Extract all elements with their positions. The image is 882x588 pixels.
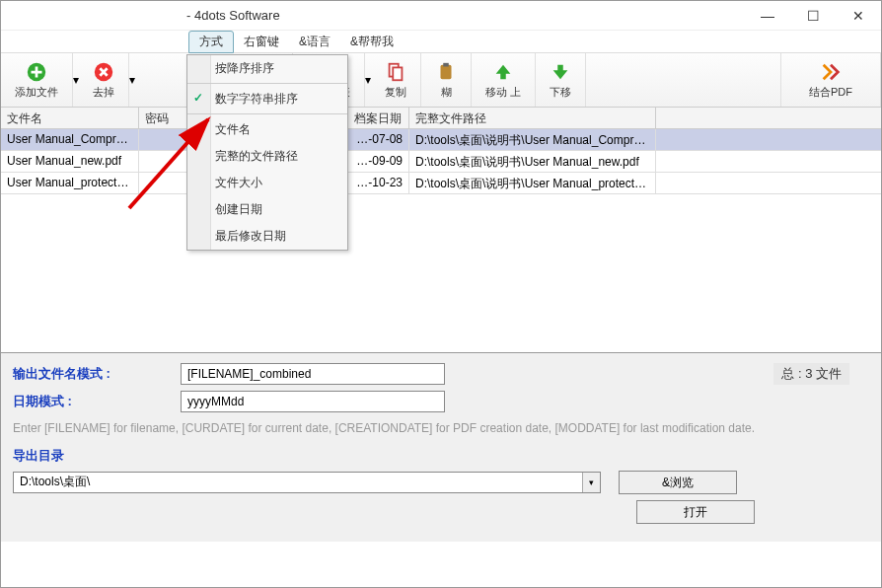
col-path[interactable]: 完整文件路径 [409, 108, 656, 128]
menu-item-mode[interactable]: 方式 [188, 31, 234, 53]
svg-rect-6 [443, 62, 449, 66]
grid-body: User Manual_Compress.pdf 2019-07-08 13:5… [1, 129, 881, 194]
bottom-panel: 输出文件名模式 : 总 : 3 文件 日期模式 : Enter [FILENAM… [1, 352, 881, 542]
out-pattern-label: 输出文件名模式 : [13, 365, 181, 383]
cell-date: 2019-09-09 11:33:50 [348, 151, 409, 172]
chevron-down-icon[interactable]: ▾ [582, 473, 600, 492]
table-row[interactable]: User Manual_Compress.pdf 2019-07-08 13:5… [1, 129, 881, 151]
svg-rect-5 [441, 64, 452, 79]
export-dir-label: 导出目录 [13, 447, 869, 465]
total-files: 总 : 3 文件 [773, 363, 849, 385]
table-row[interactable]: User Manual_protected.pdf 2019-10-23 16:… [1, 173, 881, 194]
cell-name: User Manual_protected.pdf [1, 173, 139, 193]
movedown-button[interactable]: 下移 [536, 53, 586, 107]
close-button[interactable]: ✕ [836, 1, 881, 30]
dropdown-item-filename[interactable]: 文件名 [187, 116, 347, 143]
dropdown-item-fullpath[interactable]: 完整的文件路径 [187, 143, 347, 170]
dropdown-item-numeric[interactable]: ✓数字字符串排序 [187, 86, 347, 114]
menu-item-context[interactable]: 右窗键 [234, 32, 289, 52]
maximize-button[interactable]: ☐ [790, 1, 836, 30]
arrow-up-icon [492, 61, 514, 83]
toolbar: 添加文件 ▾ 去掉 ▾ ▾ 导入列表 ▾ 复制 糊 移动 上 下移 结合PDF [1, 52, 881, 108]
remove-button[interactable]: 去掉 [79, 53, 129, 107]
paste-button[interactable]: 糊 [421, 53, 472, 107]
paste-icon [435, 61, 457, 83]
check-icon: ✓ [193, 91, 203, 105]
menu-bar: 方式 右窗键 &语言 &帮帮我 [1, 31, 881, 52]
menu-item-help[interactable]: &帮帮我 [340, 32, 404, 52]
combine-icon [820, 61, 842, 83]
dropdown-item-filesize[interactable]: 文件大小 [187, 170, 347, 196]
col-filename[interactable]: 文件名 [1, 108, 139, 128]
cell-path: D:\tools\桌面\说明书\User Manual_Compress.pdf [409, 129, 656, 150]
date-pattern-input[interactable] [181, 391, 445, 412]
table-row[interactable]: User Manual_new.pdf 2019-09-09 11:33:50 … [1, 151, 881, 173]
cell-date: 2019-07-08 13:57:42 [348, 129, 409, 150]
add-file-button[interactable]: 添加文件 [1, 53, 73, 107]
cell-path: D:\tools\桌面\说明书\User Manual_protected.pd… [409, 173, 656, 193]
out-pattern-input[interactable] [181, 363, 445, 385]
open-button[interactable]: 打开 [636, 500, 755, 524]
browse-button[interactable]: &浏览 [619, 471, 737, 494]
col-date[interactable]: 档案日期 [348, 108, 409, 128]
sort-dropdown-menu: 按降序排序 ✓数字字符串排序 文件名 完整的文件路径 文件大小 创建日期 最后修… [186, 54, 348, 251]
dropdown-item-created[interactable]: 创建日期 [187, 196, 347, 223]
cell-path: D:\tools\桌面\说明书\User Manual_new.pdf [409, 151, 656, 172]
cell-name: User Manual_new.pdf [1, 151, 139, 172]
add-icon [26, 61, 47, 83]
cell-name: User Manual_Compress.pdf [1, 129, 139, 150]
arrow-down-icon [550, 61, 571, 83]
date-pattern-label: 日期模式 : [13, 393, 181, 410]
export-dir-combo[interactable]: D:\tools\桌面\ ▾ [13, 472, 601, 493]
remove-icon [93, 61, 114, 83]
minimize-button[interactable]: — [745, 1, 790, 30]
dropdown-item-desc[interactable]: 按降序排序 [187, 55, 347, 84]
moveup-button[interactable]: 移动 上 [472, 53, 536, 107]
menu-item-language[interactable]: &语言 [289, 32, 340, 52]
export-dir-value: D:\tools\桌面\ [14, 474, 582, 490]
pattern-hint: Enter [FILENAME] for filename, [CURDATE]… [13, 420, 869, 437]
svg-rect-4 [393, 67, 402, 80]
title-bar: - 4dots Software — ☐ ✕ [1, 1, 881, 31]
copy-button[interactable]: 复制 [371, 53, 421, 107]
combine-pdf-button[interactable]: 结合PDF [780, 53, 881, 107]
grid-header: 文件名 密码 档案日期 完整文件路径 [1, 108, 881, 129]
cell-date: 2019-10-23 16:11:30 [348, 173, 409, 193]
window-title: - 4dots Software [9, 8, 745, 23]
dropdown-item-modified[interactable]: 最后修改日期 [187, 223, 347, 250]
copy-icon [385, 61, 406, 83]
